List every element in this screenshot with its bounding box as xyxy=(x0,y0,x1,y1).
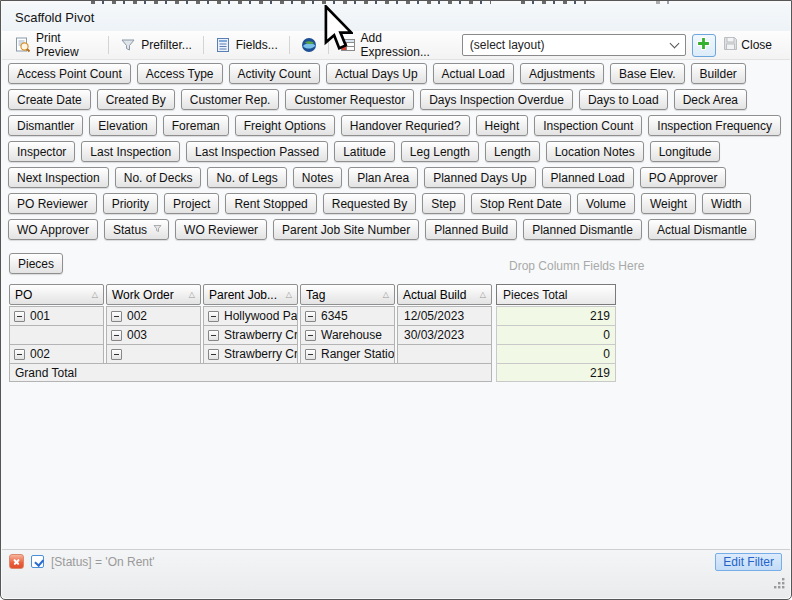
field-button-volume[interactable]: Volume xyxy=(577,193,635,214)
field-button-latitude[interactable]: Latitude xyxy=(334,141,395,162)
field-button-step[interactable]: Step xyxy=(422,193,465,214)
field-button-weight[interactable]: Weight xyxy=(641,193,696,214)
collapse-icon[interactable] xyxy=(111,311,122,322)
field-button-planned-load[interactable]: Planned Load xyxy=(542,167,634,188)
row-header-cell-po xyxy=(9,325,104,345)
field-button-parent-job-site-number[interactable]: Parent Job Site Number xyxy=(273,219,419,240)
field-button-days-inspection-overdue[interactable]: Days Inspection Overdue xyxy=(420,89,573,110)
collapse-icon[interactable] xyxy=(14,311,25,322)
collapse-icon[interactable] xyxy=(305,349,316,360)
cell-text: Warehouse xyxy=(321,328,382,342)
field-button-priority[interactable]: Priority xyxy=(103,193,158,214)
column-header-actual-build[interactable]: Actual Build △ xyxy=(397,284,492,305)
field-button-created-by[interactable]: Created By xyxy=(97,89,175,110)
resize-grip[interactable] xyxy=(773,576,786,594)
layout-select-dropdown[interactable]: (select layout) xyxy=(462,34,686,56)
field-button-wo-reviewer[interactable]: WO Reviewer xyxy=(175,219,267,240)
field-button-freight-options[interactable]: Freight Options xyxy=(235,115,335,136)
field-button-next-inspection[interactable]: Next Inspection xyxy=(8,167,109,188)
prefilter-button[interactable]: Prefilter... xyxy=(113,33,199,57)
field-button-project[interactable]: Project xyxy=(164,193,219,214)
field-button-status-label: Status xyxy=(113,223,147,237)
field-button-customer-requestor[interactable]: Customer Requestor xyxy=(285,89,414,110)
field-button-requested-by[interactable]: Requested By xyxy=(323,193,416,214)
field-button-foreman[interactable]: Foreman xyxy=(163,115,229,136)
field-button-adjustments[interactable]: Adjustments xyxy=(520,63,604,84)
field-button-last-inspection-passed[interactable]: Last Inspection Passed xyxy=(186,141,328,162)
save-layout-button[interactable] xyxy=(720,34,742,57)
field-button-leg-length[interactable]: Leg Length xyxy=(401,141,479,162)
field-button-height[interactable]: Height xyxy=(476,115,529,136)
field-button-days-to-load[interactable]: Days to Load xyxy=(579,89,668,110)
column-header-tag[interactable]: Tag △ xyxy=(300,284,395,305)
field-button-access-point-count[interactable]: Access Point Count xyxy=(8,63,131,84)
globe-icon xyxy=(301,37,317,53)
field-button-stop-rent-date[interactable]: Stop Rent Date xyxy=(471,193,571,214)
pivot-field-list: Access Point Count Access Type Activity … xyxy=(8,63,787,245)
remove-filter-button[interactable] xyxy=(9,554,24,569)
field-button-base-elev[interactable]: Base Elev. xyxy=(610,63,684,84)
field-button-builder[interactable]: Builder xyxy=(691,63,746,84)
cell-text: 12/05/2023 xyxy=(404,309,464,323)
field-button-rent-stopped[interactable]: Rent Stopped xyxy=(225,193,316,214)
field-button-wo-approver[interactable]: WO Approver xyxy=(8,219,98,240)
field-button-elevation[interactable]: Elevation xyxy=(89,115,156,136)
field-button-plan-area[interactable]: Plan Area xyxy=(348,167,418,188)
print-preview-button[interactable]: Print Preview xyxy=(8,27,104,63)
add-layout-button[interactable] xyxy=(692,34,716,57)
field-button-inspection-frequency[interactable]: Inspection Frequency xyxy=(648,115,781,136)
collapse-icon[interactable] xyxy=(14,349,25,360)
collapse-icon[interactable] xyxy=(208,349,219,360)
field-button-po-reviewer[interactable]: PO Reviewer xyxy=(8,193,97,214)
field-button-no-of-decks[interactable]: No. of Decks xyxy=(115,167,202,188)
close-button[interactable]: Close xyxy=(741,38,772,52)
field-button-longitude[interactable]: Longitude xyxy=(650,141,721,162)
pivot-grid: PO △ Work Order △ Parent Job... △ Tag △ … xyxy=(9,284,616,382)
column-header-po[interactable]: PO △ xyxy=(9,284,104,305)
field-button-width[interactable]: Width xyxy=(702,193,751,214)
field-button-access-type[interactable]: Access Type xyxy=(137,63,223,84)
field-button-planned-dismantle[interactable]: Planned Dismantle xyxy=(523,219,642,240)
collapse-icon[interactable] xyxy=(305,330,316,341)
field-button-handover-requried[interactable]: Handover Requried? xyxy=(341,115,470,136)
column-header-parent-job[interactable]: Parent Job... △ xyxy=(203,284,298,305)
field-button-actual-dismantle[interactable]: Actual Dismantle xyxy=(648,219,756,240)
row-header-cell-tag: Ranger Station xyxy=(300,344,395,364)
globe-button[interactable] xyxy=(294,33,324,57)
column-header-work-order[interactable]: Work Order △ xyxy=(106,284,201,305)
field-button-activity-count[interactable]: Activity Count xyxy=(229,63,320,84)
collapse-icon[interactable] xyxy=(305,311,316,322)
field-button-inspection-count[interactable]: Inspection Count xyxy=(534,115,642,136)
field-button-inspector[interactable]: Inspector xyxy=(8,141,75,162)
collapse-icon[interactable] xyxy=(208,311,219,322)
field-button-notes[interactable]: Notes xyxy=(293,167,342,188)
field-button-no-of-legs[interactable]: No. of Legs xyxy=(207,167,286,188)
toolbar: Print Preview Prefilter... Fields... xyxy=(2,31,790,60)
collapse-icon[interactable] xyxy=(111,330,122,341)
scaffold-pivot-window: Scaffold Pivot Print Preview Prefilter..… xyxy=(0,0,792,600)
fields-icon xyxy=(215,37,231,53)
field-button-customer-rep[interactable]: Customer Rep. xyxy=(181,89,280,110)
field-button-length[interactable]: Length xyxy=(485,141,540,162)
field-button-status[interactable]: Status xyxy=(104,219,169,240)
fields-button[interactable]: Fields... xyxy=(208,33,285,57)
field-button-create-date[interactable]: Create Date xyxy=(8,89,91,110)
field-button-deck-area[interactable]: Deck Area xyxy=(674,89,747,110)
field-button-actual-days-up[interactable]: Actual Days Up xyxy=(326,63,427,84)
filter-enabled-checkbox[interactable] xyxy=(31,555,44,568)
sort-asc-icon: △ xyxy=(286,291,292,299)
field-button-dismantler[interactable]: Dismantler xyxy=(8,115,83,136)
collapse-icon[interactable] xyxy=(208,330,219,341)
edit-filter-button[interactable]: Edit Filter xyxy=(715,553,782,571)
field-button-planned-build[interactable]: Planned Build xyxy=(425,219,517,240)
cell-text: 003 xyxy=(127,328,147,342)
field-button-actual-load[interactable]: Actual Load xyxy=(433,63,514,84)
field-button-planned-days-up[interactable]: Planned Days Up xyxy=(424,167,535,188)
field-button-location-notes[interactable]: Location Notes xyxy=(546,141,644,162)
row-header-cell-parent-job: Hollywood Park xyxy=(203,306,298,326)
data-field-button-pieces[interactable]: Pieces xyxy=(9,253,63,274)
field-button-po-approver[interactable]: PO Approver xyxy=(640,167,727,188)
collapse-icon[interactable] xyxy=(111,349,122,360)
add-expression-button[interactable]: Add Expression... xyxy=(333,27,450,63)
field-button-last-inspection[interactable]: Last Inspection xyxy=(81,141,180,162)
